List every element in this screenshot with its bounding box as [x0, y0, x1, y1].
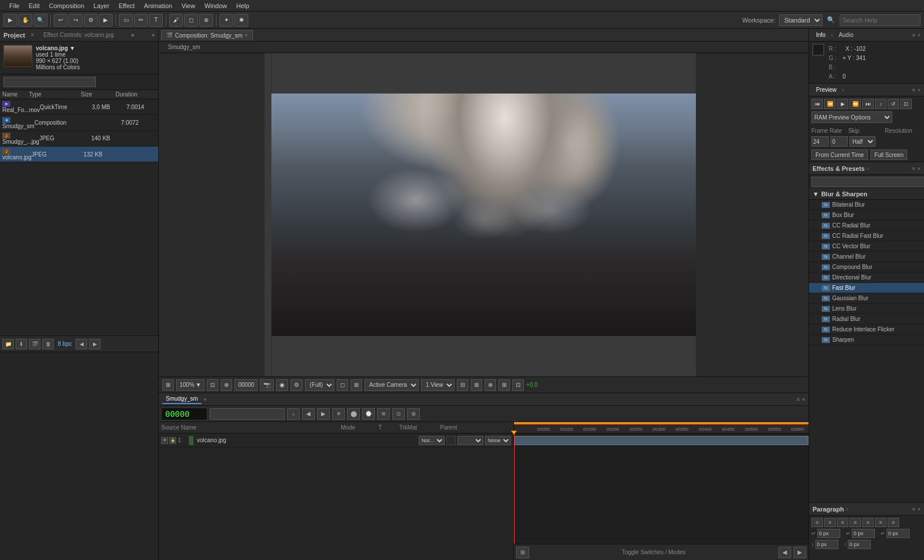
- tl-panel-menu[interactable]: ≡: [796, 397, 799, 402]
- para-space1-input[interactable]: [815, 540, 839, 549]
- effect-cc-vector[interactable]: fx CC Vector Blur: [809, 241, 924, 252]
- tool-rect[interactable]: ▭: [119, 14, 133, 27]
- tool-undo[interactable]: ↩: [54, 14, 68, 27]
- vt-grid-overlay[interactable]: ⊞: [351, 379, 362, 391]
- vt-timecode-btn[interactable]: 00000: [234, 379, 258, 391]
- effect-lens-blur[interactable]: fx Lens Blur: [809, 304, 924, 314]
- new-comp-btn[interactable]: 🎬: [29, 339, 40, 349]
- tool-pen[interactable]: ✏: [134, 14, 148, 27]
- timeline-track-area[interactable]: [514, 434, 808, 544]
- vt-snap2[interactable]: ⊕: [485, 379, 496, 391]
- para-justify-left[interactable]: ≡: [850, 518, 861, 527]
- effect-channel-blur[interactable]: fx Channel Blur: [809, 252, 924, 262]
- tl-comp-btn[interactable]: ⬤: [347, 408, 360, 420]
- file-row-jpg2[interactable]: Jvolcano.jpg JPEG 132 KB: [0, 147, 158, 162]
- effect-gaussian-blur[interactable]: fx Gaussian Blur: [809, 293, 924, 304]
- effect-radial-blur[interactable]: fx Radial Blur: [809, 314, 924, 324]
- vt-snap-btn[interactable]: ⊕: [221, 379, 232, 391]
- tl-toggle-switches[interactable]: ⊞: [516, 547, 529, 558]
- prev-loop[interactable]: ↺: [888, 99, 899, 109]
- tl-panel-close[interactable]: ×: [802, 397, 805, 402]
- effect-bilateral-blur[interactable]: fx Bilateral Blur: [809, 200, 924, 210]
- tool-redo[interactable]: ↪: [69, 14, 83, 27]
- info-panel-menu[interactable]: ≡: [912, 32, 915, 38]
- track-mode-select[interactable]: Nor...: [419, 436, 445, 445]
- timeline-playhead[interactable]: [514, 434, 515, 544]
- prev-play[interactable]: ▶: [837, 99, 848, 109]
- timecode-display[interactable]: 00000: [161, 408, 207, 420]
- track-eye-icon[interactable]: 👁: [161, 437, 168, 444]
- track-row-1[interactable]: 👁 🔒 1 volcano.jpg Nor...: [159, 434, 513, 447]
- effect-compound-blur[interactable]: fx Compound Blur: [809, 262, 924, 272]
- vt-bit-btn[interactable]: ⚙: [290, 379, 303, 391]
- tl-flow[interactable]: ≋: [377, 408, 390, 420]
- vt-channel-btn[interactable]: ◉: [276, 379, 288, 391]
- preview-tab[interactable]: Preview: [813, 87, 840, 93]
- para-justify-center[interactable]: ≡: [862, 518, 874, 527]
- from-current-btn[interactable]: From Current Time: [811, 150, 868, 160]
- effect-reduce-interlace[interactable]: fx Reduce Interlace Flicker: [809, 324, 924, 335]
- resolution-select[interactable]: Half: [850, 136, 875, 147]
- menu-layer[interactable]: Layer: [89, 0, 114, 12]
- para-close[interactable]: ×: [918, 506, 921, 512]
- vt-color-select[interactable]: (Full): [305, 379, 334, 391]
- comp-tab-close[interactable]: ×: [245, 32, 248, 38]
- tl-new-keyframe[interactable]: ⬦: [287, 408, 300, 420]
- viewer-tab-smudgy[interactable]: Smudgy_sm: [163, 43, 205, 51]
- new-folder-btn[interactable]: 📁: [2, 339, 14, 349]
- frame-rate-input[interactable]: [811, 136, 829, 147]
- tl-next-keyframe[interactable]: ▶: [317, 408, 330, 420]
- para-align-center[interactable]: ≡: [824, 518, 836, 527]
- prev-arrow[interactable]: ◀: [76, 339, 87, 349]
- effect-directional-blur[interactable]: fx Directional Blur: [809, 272, 924, 283]
- effect-cc-radial-fast[interactable]: fx CC Radial Fast Blur: [809, 231, 924, 241]
- tool-hand[interactable]: ✋: [18, 14, 32, 27]
- para-align-left[interactable]: ≡: [811, 518, 823, 527]
- menu-window[interactable]: Window: [200, 0, 232, 12]
- search-help-input[interactable]: [840, 14, 921, 26]
- effect-fast-blur[interactable]: fx Fast Blur: [809, 283, 924, 293]
- tool-rotobrush[interactable]: ✱: [234, 14, 248, 27]
- comp-tab[interactable]: 🎬 Composition: Smudgy_sm ×: [161, 30, 253, 40]
- info-tab[interactable]: Info: [813, 32, 829, 38]
- vt-camera-btn[interactable]: 📷: [260, 379, 274, 391]
- prev-ram[interactable]: ⊡: [900, 99, 912, 109]
- effect-sharpen[interactable]: fx Sharpen: [809, 335, 924, 345]
- para-indent1-input[interactable]: [817, 529, 840, 538]
- effect-cc-radial-blur[interactable]: fx CC Radial Blur: [809, 221, 924, 231]
- tl-draft[interactable]: ⊛: [407, 408, 420, 420]
- effect-controls-tab[interactable]: Effect Controls: volcano.jpg: [43, 32, 114, 38]
- para-indent3-input[interactable]: [886, 529, 910, 538]
- tl-motion-blur[interactable]: ⊙: [392, 408, 405, 420]
- info-panel-close[interactable]: ×: [918, 32, 921, 38]
- vt-camera-select[interactable]: Active Camera: [364, 379, 419, 391]
- delete-btn[interactable]: 🗑: [42, 339, 54, 349]
- preview-menu[interactable]: ≡: [912, 87, 915, 93]
- effect-box-blur[interactable]: fx Box Blur: [809, 210, 924, 221]
- prev-to-end[interactable]: ⏭: [862, 99, 874, 109]
- prev-audio[interactable]: ♪: [875, 99, 886, 109]
- tl-prev-keyframe[interactable]: ◀: [302, 408, 315, 420]
- project-search-input[interactable]: [3, 77, 96, 87]
- para-space2-input[interactable]: [848, 540, 871, 549]
- para-indent2-input[interactable]: [852, 529, 875, 538]
- file-row-mov[interactable]: ▶Real_Fo...mov QuickTime 3,0 MB 7:0014: [0, 99, 158, 115]
- tool-select[interactable]: ▶: [3, 14, 17, 27]
- tool-clone[interactable]: ⊕: [199, 14, 213, 27]
- track-parent-select[interactable]: None: [485, 436, 511, 445]
- vt-zoom-select[interactable]: 100% ▼: [176, 379, 204, 391]
- track-trkmat-select[interactable]: [457, 436, 483, 445]
- menu-effect[interactable]: Effect: [114, 0, 139, 12]
- ram-select[interactable]: RAM Preview Options: [811, 111, 892, 123]
- vt-3d-btn[interactable]: ⊞: [471, 379, 482, 391]
- vt-region-btn[interactable]: ◻: [337, 379, 348, 391]
- project-panel-menu[interactable]: ≡: [131, 32, 134, 38]
- tool-eraser[interactable]: ◻: [184, 14, 198, 27]
- workspace-select[interactable]: Standard: [779, 14, 822, 26]
- vt-grid-btn[interactable]: ⊞: [162, 379, 174, 391]
- vt-view-select[interactable]: 1 View: [421, 379, 454, 391]
- tl-tab-main[interactable]: Smudgy_sm: [162, 394, 202, 404]
- effects-close[interactable]: ×: [918, 166, 921, 171]
- tc-search-input[interactable]: [210, 408, 285, 420]
- menu-composition[interactable]: Composition: [44, 0, 89, 12]
